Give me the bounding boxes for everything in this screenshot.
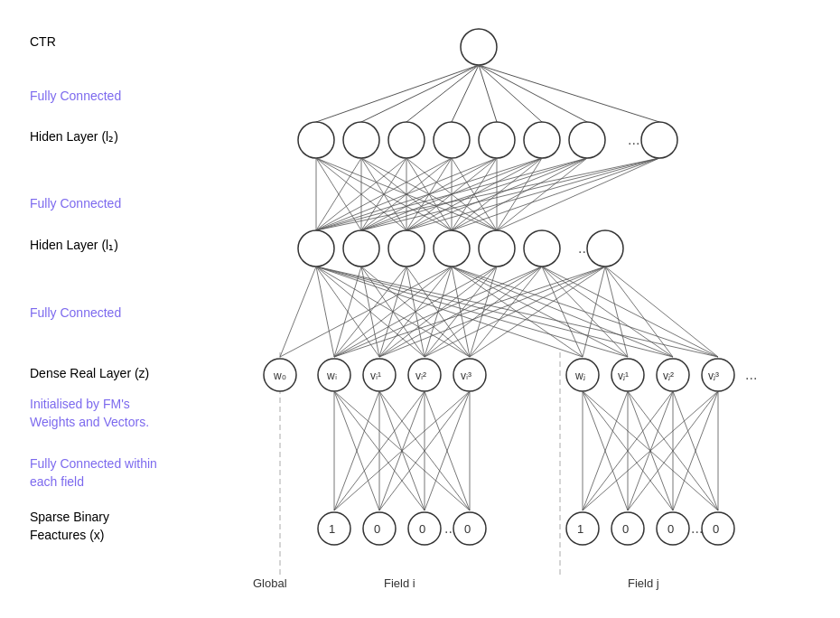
dots-h2: ... bbox=[628, 132, 639, 147]
svg-line-62 bbox=[334, 267, 452, 357]
xi2-val: 0 bbox=[374, 522, 380, 536]
svg-line-47 bbox=[406, 158, 659, 230]
svg-line-9 bbox=[479, 65, 659, 122]
svg-line-43 bbox=[452, 158, 587, 230]
vi1-label: vᵢ¹ bbox=[370, 370, 381, 382]
ctr-text-label: CTR bbox=[30, 34, 56, 49]
field-i-label: Field i bbox=[384, 576, 415, 590]
fully-connected-2-label: Fully Connected bbox=[30, 196, 121, 211]
svg-line-86 bbox=[542, 267, 583, 357]
h2-node-1 bbox=[298, 122, 334, 158]
vi2-label: vᵢ² bbox=[415, 370, 426, 382]
svg-line-54 bbox=[334, 267, 361, 357]
neural-network-diagram: ... bbox=[0, 0, 840, 618]
fully-connected-within-label: Fully Connected withineach field bbox=[30, 455, 157, 491]
h1-node-7 bbox=[587, 230, 623, 267]
svg-line-2 bbox=[316, 65, 479, 122]
initialised-label: Initialised by FM'sWeights and Vectors. bbox=[30, 396, 149, 431]
sparse-binary-label: Sparse BinaryFeactures (x) bbox=[30, 509, 109, 544]
fully-connected-1-label: Fully Connected bbox=[30, 89, 121, 103]
svg-line-72 bbox=[425, 267, 542, 357]
vj2-label: vⱼ² bbox=[663, 370, 674, 382]
wi-label: wᵢ bbox=[326, 370, 337, 382]
ctr-node bbox=[461, 29, 497, 65]
xi4-val: 0 bbox=[464, 522, 471, 536]
diagram-container: ... bbox=[0, 0, 840, 618]
h1-node-6 bbox=[524, 230, 560, 267]
fully-connected-3-label: Fully Connected bbox=[30, 305, 121, 320]
h1-node-3 bbox=[388, 230, 425, 267]
h1-node-5 bbox=[479, 230, 515, 267]
xi1-val: 1 bbox=[329, 522, 335, 536]
xi3-val: 0 bbox=[419, 522, 425, 536]
h2-node-4 bbox=[434, 122, 470, 158]
h1-node-2 bbox=[343, 230, 379, 267]
h2-node-6 bbox=[524, 122, 560, 158]
svg-line-93 bbox=[605, 267, 718, 357]
svg-line-35 bbox=[316, 158, 542, 230]
svg-line-94 bbox=[280, 267, 316, 357]
svg-line-83 bbox=[452, 267, 628, 357]
svg-line-50 bbox=[316, 267, 334, 357]
svg-line-89 bbox=[542, 267, 718, 357]
svg-line-3 bbox=[361, 65, 479, 122]
svg-line-78 bbox=[316, 267, 583, 357]
w0-label: w₀ bbox=[273, 370, 286, 382]
xj1-val: 1 bbox=[577, 522, 583, 536]
vi3-label: vᵢ³ bbox=[461, 370, 471, 382]
vj1-label: vⱼ¹ bbox=[618, 370, 629, 382]
xj2-val: 0 bbox=[622, 522, 629, 536]
h1-node-1 bbox=[298, 230, 334, 267]
dense-real-layer-label: Dense Real Layer (z) bbox=[30, 366, 149, 380]
svg-line-73 bbox=[470, 267, 542, 357]
svg-line-45 bbox=[316, 158, 659, 230]
svg-line-4 bbox=[406, 65, 479, 122]
h2-node-2 bbox=[343, 122, 379, 158]
hidden-layer-2-label: Hiden Layer (l₂) bbox=[30, 129, 118, 144]
hidden-layer-1-label: Hiden Layer (l₁) bbox=[30, 238, 118, 252]
vj3-label: vⱼ³ bbox=[708, 370, 719, 382]
xj3-val: 0 bbox=[667, 522, 674, 536]
svg-line-41 bbox=[361, 158, 587, 230]
h2-node-3 bbox=[388, 122, 425, 158]
h1-node-4 bbox=[434, 230, 470, 267]
svg-line-91 bbox=[605, 267, 628, 357]
wj-label: wⱼ bbox=[574, 370, 585, 382]
field-j-label: Field j bbox=[628, 576, 659, 590]
h2-node-7 bbox=[569, 122, 605, 158]
h2-node-5 bbox=[479, 122, 515, 158]
dots-field-j: ... bbox=[745, 367, 757, 382]
global-label: Global bbox=[253, 576, 287, 590]
svg-line-76 bbox=[425, 267, 605, 357]
xj4-val: 0 bbox=[713, 522, 719, 536]
h2-node-8 bbox=[641, 122, 677, 158]
